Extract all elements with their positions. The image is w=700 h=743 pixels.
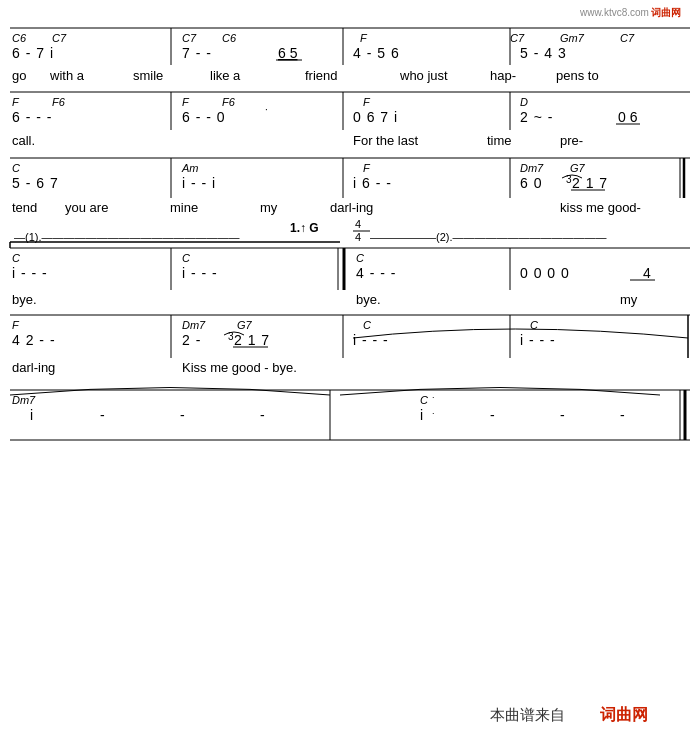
svg-text:—(1).——————————————————: —(1).—————————————————— (14, 231, 240, 243)
svg-text:6 5: 6 5 (278, 45, 298, 61)
svg-text:hap-: hap- (490, 68, 516, 83)
svg-text:i  -  -  i: i - - i (182, 175, 216, 191)
svg-text:i  -  -  -: i - - - (182, 265, 218, 281)
svg-text:C6: C6 (12, 32, 27, 44)
svg-text:0  0  0  0: 0 0 0 0 (520, 265, 570, 281)
svg-text:kiss me good-: kiss me good- (560, 200, 641, 215)
svg-text:Dm7: Dm7 (12, 394, 36, 406)
svg-text:0  6  7  i: 0 6 7 i (353, 109, 398, 125)
svg-text:C6: C6 (222, 32, 237, 44)
svg-text:4: 4 (355, 218, 361, 230)
svg-text:2 1 7: 2 1 7 (572, 175, 608, 191)
svg-text:Am: Am (181, 162, 199, 174)
svg-text:F: F (12, 96, 20, 108)
svg-text:i  6  -  -: i 6 - - (353, 175, 392, 191)
svg-text:C: C (12, 162, 20, 174)
svg-text:C: C (356, 252, 364, 264)
svg-text:i  -  -  -: i - - - (520, 332, 556, 348)
svg-text:darl-ing: darl-ing (12, 360, 55, 375)
svg-text:time: time (487, 133, 512, 148)
svg-text:G7: G7 (570, 162, 586, 174)
svg-text:6  -  -  -: 6 - - - (12, 109, 52, 125)
svg-text:2  ~  -: 2 ~ - (520, 109, 553, 125)
svg-text:For the last: For the last (353, 133, 418, 148)
svg-text:·: · (432, 392, 435, 402)
svg-text:C7: C7 (510, 32, 525, 44)
svg-text:C7: C7 (52, 32, 67, 44)
svg-text:F6: F6 (222, 96, 236, 108)
svg-text:F: F (182, 96, 190, 108)
svg-text:F: F (363, 162, 371, 174)
svg-text:bye.: bye. (12, 292, 37, 307)
svg-text:mine: mine (170, 200, 198, 215)
svg-text:tend: tend (12, 200, 37, 215)
svg-text:pre-: pre- (560, 133, 583, 148)
svg-text:Gm7: Gm7 (560, 32, 585, 44)
svg-text:-: - (560, 407, 566, 423)
svg-text:4  -  -  -: 4 - - - (356, 265, 396, 281)
svg-text:0 6: 0 6 (618, 109, 638, 125)
svg-text:本曲谱来自: 本曲谱来自 (490, 706, 565, 723)
svg-text:4: 4 (355, 231, 361, 243)
svg-text:Dm7: Dm7 (520, 162, 544, 174)
svg-text:G7: G7 (237, 319, 253, 331)
svg-text:-: - (260, 407, 266, 423)
svg-text:词曲网: 词曲网 (600, 706, 648, 723)
svg-text:——————(2).——————————————: ——————(2).—————————————— (370, 231, 607, 243)
svg-text:4  2  -  -: 4 2 - - (12, 332, 56, 348)
svg-text:6  0: 6 0 (520, 175, 542, 191)
svg-text:i: i (420, 407, 424, 423)
svg-text:·: · (432, 408, 435, 418)
svg-text:·: · (265, 104, 268, 115)
svg-text:4: 4 (643, 265, 651, 281)
svg-text:C: C (182, 252, 190, 264)
svg-text:F: F (363, 96, 371, 108)
svg-text:friend: friend (305, 68, 338, 83)
svg-text:F: F (12, 319, 20, 331)
svg-text:词曲网: 词曲网 (651, 7, 681, 18)
svg-text:-: - (100, 407, 106, 423)
svg-text:my: my (620, 292, 638, 307)
svg-text:-: - (490, 407, 496, 423)
svg-text:who just: who just (399, 68, 448, 83)
svg-text:call.: call. (12, 133, 35, 148)
svg-text:with  a: with a (49, 68, 85, 83)
svg-text:darl-ing: darl-ing (330, 200, 373, 215)
svg-text:-: - (180, 407, 186, 423)
svg-text:D: D (520, 96, 528, 108)
svg-text:6  -  -  0: 6 - - 0 (182, 109, 226, 125)
svg-text:6  -  7  i: 6 - 7 i (12, 45, 54, 61)
svg-text:1.↑ G: 1.↑ G (290, 221, 319, 235)
svg-text:5  -  4  3: 5 - 4 3 (520, 45, 567, 61)
svg-text:C7: C7 (620, 32, 635, 44)
svg-text:C: C (420, 394, 428, 406)
svg-text:2 1 7: 2 1 7 (234, 332, 270, 348)
svg-text:4  -  5  6: 4 - 5 6 (353, 45, 400, 61)
svg-text:2  -: 2 - (182, 332, 201, 348)
svg-text:go: go (12, 68, 26, 83)
svg-text:i: i (30, 407, 34, 423)
svg-text:F6: F6 (52, 96, 66, 108)
svg-text:i  -  -  -: i - - - (12, 265, 48, 281)
svg-text:F: F (360, 32, 368, 44)
svg-text:Dm7: Dm7 (182, 319, 206, 331)
svg-text:like  a: like a (210, 68, 241, 83)
svg-text:pens  to: pens to (556, 68, 599, 83)
svg-text:smile: smile (133, 68, 163, 83)
svg-text:7  -  -: 7 - - (182, 45, 212, 61)
svg-text:C: C (363, 319, 371, 331)
svg-text:you  are: you are (65, 200, 108, 215)
svg-text:my: my (260, 200, 278, 215)
svg-text:Kiss me good - bye.: Kiss me good - bye. (182, 360, 297, 375)
svg-text:C: C (12, 252, 20, 264)
svg-text:www.ktvc8.com: www.ktvc8.com (579, 7, 649, 18)
svg-text:bye.: bye. (356, 292, 381, 307)
svg-text:5  -  6  7: 5 - 6 7 (12, 175, 59, 191)
svg-text:C7: C7 (182, 32, 197, 44)
svg-text:-: - (620, 407, 626, 423)
